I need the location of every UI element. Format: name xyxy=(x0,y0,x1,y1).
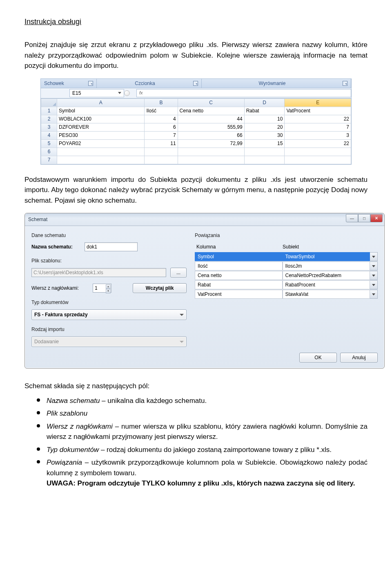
cell[interactable]: 44 xyxy=(178,115,244,123)
binding-kolumna: VatProcent xyxy=(195,290,283,299)
ribbon-group-label: Schowek xyxy=(44,80,64,87)
header-row-value: 1 xyxy=(95,284,98,292)
binding-kolumna: Rabat xyxy=(195,280,283,289)
cancel-button[interactable]: Anuluj xyxy=(340,353,378,362)
row-header[interactable]: 6 xyxy=(41,148,57,156)
cell[interactable]: 15 xyxy=(244,139,285,148)
binding-subiekt: StawkaVat xyxy=(283,290,370,299)
titlebar: Schemat — □ × xyxy=(25,213,384,226)
importtype-combo: Dodawanie xyxy=(31,336,187,347)
cell[interactable]: PESO30 xyxy=(57,131,145,139)
cell[interactable]: 22 xyxy=(285,115,351,123)
bindings-sub-header: Subiekt xyxy=(281,242,367,251)
cell[interactable]: 3 xyxy=(285,131,351,139)
row-header[interactable]: 5 xyxy=(41,139,57,148)
ribbon-groups: Schowek Czcionka Wyrównanie xyxy=(41,79,351,88)
col-header[interactable]: D xyxy=(244,98,285,107)
binding-row[interactable]: Ilość IloscJm xyxy=(195,262,378,271)
formula-bar[interactable]: fx xyxy=(136,89,351,97)
binding-row[interactable]: Rabat RabatProcent xyxy=(195,280,378,289)
cell[interactable] xyxy=(244,148,285,156)
cell[interactable] xyxy=(285,156,351,164)
cell[interactable]: 72,99 xyxy=(178,139,244,148)
cell[interactable]: 7 xyxy=(285,123,351,131)
cell[interactable] xyxy=(178,148,244,156)
binding-subiekt: CenaNettoPrzedRabatem xyxy=(283,271,370,280)
cell[interactable] xyxy=(145,148,178,156)
row-header[interactable]: 4 xyxy=(41,131,57,139)
cell[interactable]: VatProcent xyxy=(285,107,351,115)
cell[interactable] xyxy=(285,148,351,156)
col-header[interactable]: C xyxy=(178,98,244,107)
maximize-button[interactable]: □ xyxy=(358,214,370,222)
cell[interactable]: 10 xyxy=(244,115,285,123)
load-file-button[interactable]: Wczytaj plik xyxy=(133,283,187,293)
cell[interactable]: 555,99 xyxy=(178,123,244,131)
dialog-launcher-icon[interactable] xyxy=(193,81,198,86)
spinner-down-icon[interactable]: ▼ xyxy=(106,289,111,293)
cell[interactable]: 11 xyxy=(145,139,178,148)
schema-name-input[interactable]: dok1 xyxy=(85,242,138,251)
binding-dropdown[interactable] xyxy=(370,252,378,261)
binding-row[interactable]: VatProcent StawkaVat xyxy=(195,290,378,299)
chevron-down-icon[interactable] xyxy=(118,92,121,94)
cell[interactable]: 22 xyxy=(285,139,351,148)
ribbon-group-label: Wyrównanie xyxy=(259,80,286,87)
binding-dropdown[interactable] xyxy=(370,290,378,299)
col-header[interactable]: A xyxy=(57,98,145,107)
cell[interactable]: 20 xyxy=(244,123,285,131)
cell[interactable] xyxy=(145,156,178,164)
binding-row[interactable]: Cena netto CenaNettoPrzedRabatem xyxy=(195,271,378,280)
file-path-input: C:\Users\jarek\Desktop\dok1.xls xyxy=(31,268,166,277)
chevron-down-icon xyxy=(372,265,375,267)
cell[interactable]: 4 xyxy=(145,115,178,123)
schema-name-label: Nazwa schematu: xyxy=(31,243,80,251)
header-row-spinner[interactable]: 1 ▲▼ xyxy=(93,284,111,293)
cell[interactable]: 6 xyxy=(145,123,178,131)
col-header-selected[interactable]: E xyxy=(285,98,351,107)
cell[interactable] xyxy=(57,156,145,164)
ribbon-group-clipboard: Schowek xyxy=(41,79,97,88)
ribbon-group-font: Czcionka xyxy=(97,79,202,88)
excel-grid[interactable]: A B C D E 1 Symbol Ilość Cena netto Raba… xyxy=(41,98,351,164)
cell[interactable]: WOBLACK100 xyxy=(57,115,145,123)
close-button[interactable]: × xyxy=(370,214,383,222)
ok-button[interactable]: OK xyxy=(299,353,337,362)
row-header[interactable]: 2 xyxy=(41,115,57,123)
cell[interactable]: POYAR02 xyxy=(57,139,145,148)
cell[interactable]: 30 xyxy=(244,131,285,139)
spinner-up-icon[interactable]: ▲ xyxy=(106,284,111,289)
row-header[interactable]: 7 xyxy=(41,156,57,164)
binding-row[interactable]: Symbol TowarSymbol xyxy=(195,252,378,261)
minimize-button[interactable]: — xyxy=(346,214,358,222)
doctype-combo[interactable]: FS - Faktura sprzedaży xyxy=(31,309,187,320)
cell[interactable] xyxy=(178,156,244,164)
binding-kolumna: Ilość xyxy=(195,262,283,271)
row-header[interactable]: 1 xyxy=(41,107,57,115)
group-label-schema-data: Dane schematu xyxy=(31,232,187,239)
fields-list: Nazwa schematu – unikalna dla każdego sc… xyxy=(37,396,368,489)
browse-button[interactable]: ... xyxy=(170,268,187,277)
binding-dropdown[interactable] xyxy=(370,280,378,289)
cell[interactable]: Symbol xyxy=(57,107,145,115)
cell[interactable]: Ilość xyxy=(145,107,178,115)
cell[interactable] xyxy=(57,148,145,156)
fx-icon[interactable] xyxy=(124,90,130,96)
row-header[interactable]: 3 xyxy=(41,123,57,131)
excel-screenshot: Schowek Czcionka Wyrównanie E15 fx A B C… xyxy=(40,78,352,165)
dialog-launcher-icon[interactable] xyxy=(343,81,347,86)
name-box[interactable]: E15 xyxy=(69,89,124,97)
cell[interactable]: 7 xyxy=(145,131,178,139)
cell[interactable] xyxy=(244,156,285,164)
dialog-launcher-icon[interactable] xyxy=(88,81,93,86)
fx-label: fx xyxy=(139,89,143,96)
cell[interactable]: Cena netto xyxy=(178,107,244,115)
cell[interactable]: 66 xyxy=(178,131,244,139)
binding-dropdown[interactable] xyxy=(370,271,378,280)
header-row-label: Wiersz z nagłówkami: xyxy=(31,284,89,292)
cell[interactable]: DZFOREVER xyxy=(57,123,145,131)
col-header[interactable]: B xyxy=(145,98,178,107)
select-all-corner[interactable] xyxy=(41,98,57,107)
binding-dropdown[interactable] xyxy=(370,262,378,271)
cell[interactable]: Rabat xyxy=(244,107,285,115)
